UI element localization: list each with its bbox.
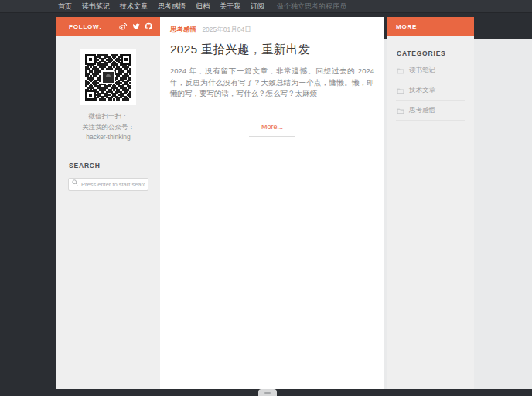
left-sidebar: FOLLOW: (56, 17, 160, 389)
nav-item-booknotes[interactable]: 读书笔记 (82, 2, 110, 12)
nav-item-archive[interactable]: 归档 (196, 2, 210, 12)
category-label: 读书笔记 (409, 66, 435, 75)
twitter-icon[interactable] (132, 22, 140, 30)
bottom-dock-tab[interactable] (258, 389, 277, 396)
category-item-tech[interactable]: 技术文章 (396, 80, 465, 101)
qr-caption: 微信扫一扫： 关注我的公众号： hacker-thinking (56, 111, 160, 143)
post-date: 2025年01月04日 (202, 26, 251, 33)
search-box (68, 176, 148, 191)
more-label: MORE (396, 23, 417, 30)
qr-finder-icon (85, 54, 96, 65)
folder-icon (397, 108, 404, 114)
nav-item-home[interactable]: 首页 (58, 2, 72, 12)
nav-item-subscribe[interactable]: 订阅 (251, 2, 264, 12)
nav-item-about[interactable]: 关于我 (220, 2, 240, 12)
main-content: 思考感悟 2025年01月04日 2025 重拾兴趣，重新出发 2024 年，没… (160, 17, 384, 389)
categories-list: 读书笔记 技术文章 思考感悟 (396, 60, 465, 121)
social-icons (119, 22, 152, 30)
follow-header: FOLLOW: (56, 17, 160, 36)
qr-caption-line: 微信扫一扫： (56, 111, 160, 122)
more-header: MORE (387, 17, 474, 36)
category-item-thoughts[interactable]: 思考感悟 (396, 101, 465, 121)
qr-caption-line: hacker-thinking (56, 132, 160, 143)
search-icon (72, 179, 78, 186)
qr-center-logo-icon (101, 70, 115, 84)
post-title[interactable]: 2025 重拾兴趣，重新出发 (170, 42, 374, 58)
category-item-booknotes[interactable]: 读书笔记 (396, 60, 465, 80)
qr-finder-icon (85, 90, 96, 101)
post-meta: 思考感悟 2025年01月04日 (170, 26, 374, 35)
search-input[interactable] (68, 178, 148, 191)
site-tagline: 做个独立思考的程序员 (277, 2, 346, 12)
top-navbar: 首页 读书笔记 技术文章 思考感悟 归档 关于我 订阅 做个独立思考的程序员 (0, 0, 532, 13)
read-more-link[interactable]: More... (249, 123, 295, 137)
wechat-qr-code (80, 50, 136, 105)
qr-pattern (85, 54, 131, 101)
post-category-link[interactable]: 思考感悟 (170, 26, 196, 33)
post-excerpt: 2024 年，没有留下一篇文章，非常遗憾。回想过去的 2024 年，反思为什么没… (170, 66, 374, 100)
right-sidebar: MORE CATEGORIES 读书笔记 技术文章 思考感悟 (387, 17, 474, 389)
nav-item-tech[interactable]: 技术文章 (120, 2, 148, 12)
follow-label: FOLLOW: (69, 23, 102, 30)
weibo-icon[interactable] (119, 22, 128, 30)
github-icon[interactable] (145, 22, 152, 30)
more-wrapper: More... (170, 118, 374, 137)
search-heading: SEARCH (69, 162, 160, 169)
nav-item-thoughts[interactable]: 思考感悟 (158, 2, 186, 12)
blog-page: 首页 读书笔记 技术文章 思考感悟 归档 关于我 订阅 做个独立思考的程序员 F… (0, 0, 532, 396)
category-label: 技术文章 (409, 86, 435, 95)
category-label: 思考感悟 (409, 106, 435, 115)
categories-heading: CATEGORIES (397, 50, 464, 57)
folder-icon (397, 67, 404, 74)
folder-icon (397, 87, 404, 94)
qr-caption-line: 关注我的公众号： (56, 122, 160, 133)
qr-finder-icon (121, 54, 131, 65)
